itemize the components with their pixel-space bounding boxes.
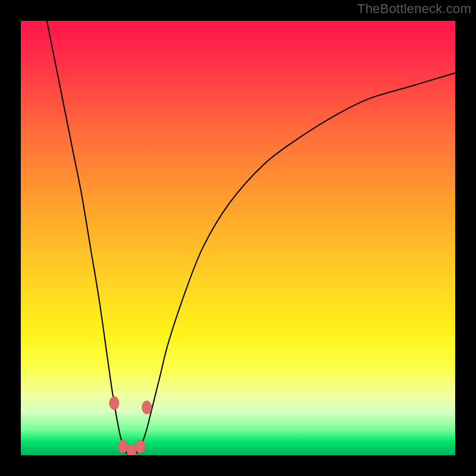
bottleneck-curve	[47, 21, 455, 455]
curve-marker	[127, 444, 136, 455]
curve-marker	[142, 401, 152, 414]
chart-frame: TheBottleneck.com	[0, 0, 476, 476]
curve-marker	[109, 396, 119, 409]
watermark-text: TheBottleneck.com	[357, 1, 471, 17]
curve-marker	[118, 440, 128, 453]
curve-marker	[136, 440, 145, 453]
chart-svg	[21, 21, 455, 455]
curve-markers	[109, 396, 152, 455]
plot-area	[21, 21, 455, 455]
